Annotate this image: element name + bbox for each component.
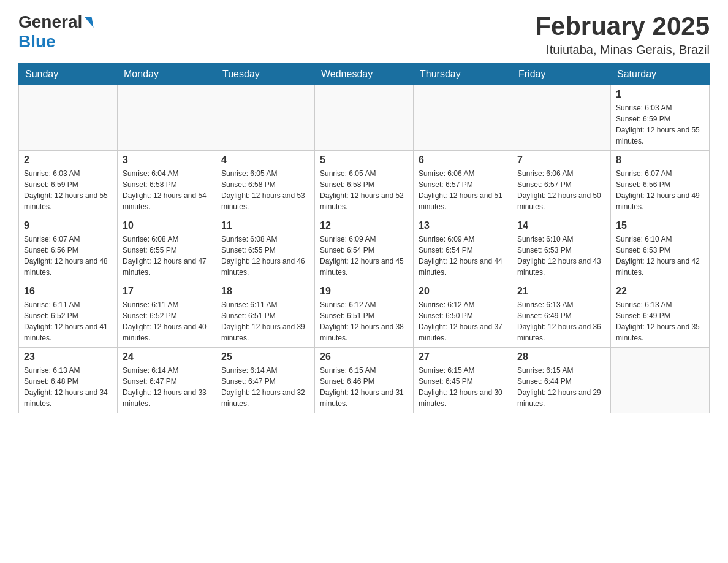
calendar-cell: 8Sunrise: 6:07 AM Sunset: 6:56 PM Daylig…: [611, 151, 710, 216]
calendar-cell: 12Sunrise: 6:09 AM Sunset: 6:54 PM Dayli…: [315, 216, 414, 282]
day-number: 9: [24, 220, 112, 231]
week-row-0: 1Sunrise: 6:03 AM Sunset: 6:59 PM Daylig…: [19, 85, 710, 151]
logo-general-text: General: [18, 12, 93, 32]
day-number: 19: [320, 286, 408, 297]
day-info: Sunrise: 6:07 AM Sunset: 6:56 PM Dayligh…: [24, 234, 112, 278]
day-number: 21: [517, 286, 605, 297]
day-info: Sunrise: 6:10 AM Sunset: 6:53 PM Dayligh…: [517, 234, 605, 278]
day-info: Sunrise: 6:12 AM Sunset: 6:51 PM Dayligh…: [320, 299, 408, 343]
day-number: 14: [517, 220, 605, 231]
calendar-cell: [19, 85, 118, 151]
day-number: 11: [221, 220, 309, 231]
week-row-3: 16Sunrise: 6:11 AM Sunset: 6:52 PM Dayli…: [19, 282, 710, 348]
calendar-cell: 21Sunrise: 6:13 AM Sunset: 6:49 PM Dayli…: [512, 282, 611, 348]
day-info: Sunrise: 6:05 AM Sunset: 6:58 PM Dayligh…: [221, 168, 309, 212]
calendar-cell: 2Sunrise: 6:03 AM Sunset: 6:59 PM Daylig…: [19, 151, 118, 216]
day-number: 2: [24, 155, 112, 166]
calendar-cell: 1Sunrise: 6:03 AM Sunset: 6:59 PM Daylig…: [611, 85, 710, 151]
day-info: Sunrise: 6:11 AM Sunset: 6:52 PM Dayligh…: [24, 299, 112, 343]
calendar-cell: 4Sunrise: 6:05 AM Sunset: 6:58 PM Daylig…: [216, 151, 315, 216]
day-info: Sunrise: 6:09 AM Sunset: 6:54 PM Dayligh…: [320, 234, 408, 278]
calendar-cell: 9Sunrise: 6:07 AM Sunset: 6:56 PM Daylig…: [19, 216, 118, 282]
page-header: General Blue February 2025 Ituiutaba, Mi…: [18, 12, 710, 57]
calendar-cell: [512, 85, 611, 151]
calendar-cell: 27Sunrise: 6:15 AM Sunset: 6:45 PM Dayli…: [414, 348, 512, 413]
calendar-cell: 20Sunrise: 6:12 AM Sunset: 6:50 PM Dayli…: [414, 282, 512, 348]
day-info: Sunrise: 6:06 AM Sunset: 6:57 PM Dayligh…: [517, 168, 605, 212]
day-info: Sunrise: 6:15 AM Sunset: 6:44 PM Dayligh…: [517, 365, 605, 409]
day-info: Sunrise: 6:03 AM Sunset: 6:59 PM Dayligh…: [616, 102, 704, 147]
calendar-cell: 18Sunrise: 6:11 AM Sunset: 6:51 PM Dayli…: [216, 282, 315, 348]
day-number: 8: [616, 155, 704, 166]
day-number: 1: [616, 89, 704, 100]
col-wednesday: Wednesday: [315, 64, 414, 85]
day-info: Sunrise: 6:07 AM Sunset: 6:56 PM Dayligh…: [616, 168, 704, 212]
calendar-cell: [118, 85, 216, 151]
day-info: Sunrise: 6:13 AM Sunset: 6:49 PM Dayligh…: [517, 299, 605, 343]
calendar-cell: [414, 85, 512, 151]
col-tuesday: Tuesday: [216, 64, 315, 85]
day-info: Sunrise: 6:11 AM Sunset: 6:52 PM Dayligh…: [123, 299, 211, 343]
calendar-cell: 14Sunrise: 6:10 AM Sunset: 6:53 PM Dayli…: [512, 216, 611, 282]
day-number: 5: [320, 155, 408, 166]
day-info: Sunrise: 6:11 AM Sunset: 6:51 PM Dayligh…: [221, 299, 309, 343]
day-info: Sunrise: 6:14 AM Sunset: 6:47 PM Dayligh…: [123, 365, 211, 409]
logo: General Blue: [18, 12, 93, 52]
calendar-cell: 26Sunrise: 6:15 AM Sunset: 6:46 PM Dayli…: [315, 348, 414, 413]
day-info: Sunrise: 6:09 AM Sunset: 6:54 PM Dayligh…: [419, 234, 507, 278]
day-info: Sunrise: 6:08 AM Sunset: 6:55 PM Dayligh…: [221, 234, 309, 278]
day-number: 25: [221, 351, 309, 362]
calendar-cell: 3Sunrise: 6:04 AM Sunset: 6:58 PM Daylig…: [118, 151, 216, 216]
calendar-cell: [216, 85, 315, 151]
days-of-week-row: Sunday Monday Tuesday Wednesday Thursday…: [19, 64, 710, 85]
calendar-header: Sunday Monday Tuesday Wednesday Thursday…: [19, 64, 710, 85]
day-info: Sunrise: 6:13 AM Sunset: 6:48 PM Dayligh…: [24, 365, 112, 409]
day-info: Sunrise: 6:13 AM Sunset: 6:49 PM Dayligh…: [616, 299, 704, 343]
calendar-cell: 15Sunrise: 6:10 AM Sunset: 6:53 PM Dayli…: [611, 216, 710, 282]
day-info: Sunrise: 6:14 AM Sunset: 6:47 PM Dayligh…: [221, 365, 309, 409]
day-number: 18: [221, 286, 309, 297]
calendar-cell: 7Sunrise: 6:06 AM Sunset: 6:57 PM Daylig…: [512, 151, 611, 216]
day-info: Sunrise: 6:08 AM Sunset: 6:55 PM Dayligh…: [123, 234, 211, 278]
col-friday: Friday: [512, 64, 611, 85]
day-number: 10: [123, 220, 211, 231]
calendar-cell: 19Sunrise: 6:12 AM Sunset: 6:51 PM Dayli…: [315, 282, 414, 348]
calendar-cell: 10Sunrise: 6:08 AM Sunset: 6:55 PM Dayli…: [118, 216, 216, 282]
calendar-body: 1Sunrise: 6:03 AM Sunset: 6:59 PM Daylig…: [19, 85, 710, 413]
calendar-cell: 24Sunrise: 6:14 AM Sunset: 6:47 PM Dayli…: [118, 348, 216, 413]
col-sunday: Sunday: [19, 64, 118, 85]
day-number: 13: [419, 220, 507, 231]
calendar-cell: 25Sunrise: 6:14 AM Sunset: 6:47 PM Dayli…: [216, 348, 315, 413]
col-saturday: Saturday: [611, 64, 710, 85]
day-info: Sunrise: 6:15 AM Sunset: 6:46 PM Dayligh…: [320, 365, 408, 409]
day-number: 22: [616, 286, 704, 297]
day-number: 28: [517, 351, 605, 362]
logo-triangle-icon: [85, 17, 94, 28]
day-number: 23: [24, 351, 112, 362]
day-number: 17: [123, 286, 211, 297]
day-number: 27: [419, 351, 507, 362]
calendar-cell: 5Sunrise: 6:05 AM Sunset: 6:58 PM Daylig…: [315, 151, 414, 216]
logo-blue-text: Blue: [18, 32, 56, 52]
week-row-2: 9Sunrise: 6:07 AM Sunset: 6:56 PM Daylig…: [19, 216, 710, 282]
day-number: 3: [123, 155, 211, 166]
calendar-cell: 16Sunrise: 6:11 AM Sunset: 6:52 PM Dayli…: [19, 282, 118, 348]
calendar-cell: 6Sunrise: 6:06 AM Sunset: 6:57 PM Daylig…: [414, 151, 512, 216]
day-info: Sunrise: 6:10 AM Sunset: 6:53 PM Dayligh…: [616, 234, 704, 278]
calendar-cell: 13Sunrise: 6:09 AM Sunset: 6:54 PM Dayli…: [414, 216, 512, 282]
day-info: Sunrise: 6:04 AM Sunset: 6:58 PM Dayligh…: [123, 168, 211, 212]
calendar-cell: 11Sunrise: 6:08 AM Sunset: 6:55 PM Dayli…: [216, 216, 315, 282]
title-block: February 2025 Ituiutaba, Minas Gerais, B…: [535, 12, 710, 57]
day-number: 20: [419, 286, 507, 297]
day-number: 16: [24, 286, 112, 297]
day-info: Sunrise: 6:12 AM Sunset: 6:50 PM Dayligh…: [419, 299, 507, 343]
calendar-cell: 28Sunrise: 6:15 AM Sunset: 6:44 PM Dayli…: [512, 348, 611, 413]
day-number: 4: [221, 155, 309, 166]
calendar-cell: [611, 348, 710, 413]
calendar-cell: 22Sunrise: 6:13 AM Sunset: 6:49 PM Dayli…: [611, 282, 710, 348]
calendar-cell: 23Sunrise: 6:13 AM Sunset: 6:48 PM Dayli…: [19, 348, 118, 413]
day-number: 24: [123, 351, 211, 362]
day-number: 7: [517, 155, 605, 166]
day-number: 26: [320, 351, 408, 362]
week-row-4: 23Sunrise: 6:13 AM Sunset: 6:48 PM Dayli…: [19, 348, 710, 413]
